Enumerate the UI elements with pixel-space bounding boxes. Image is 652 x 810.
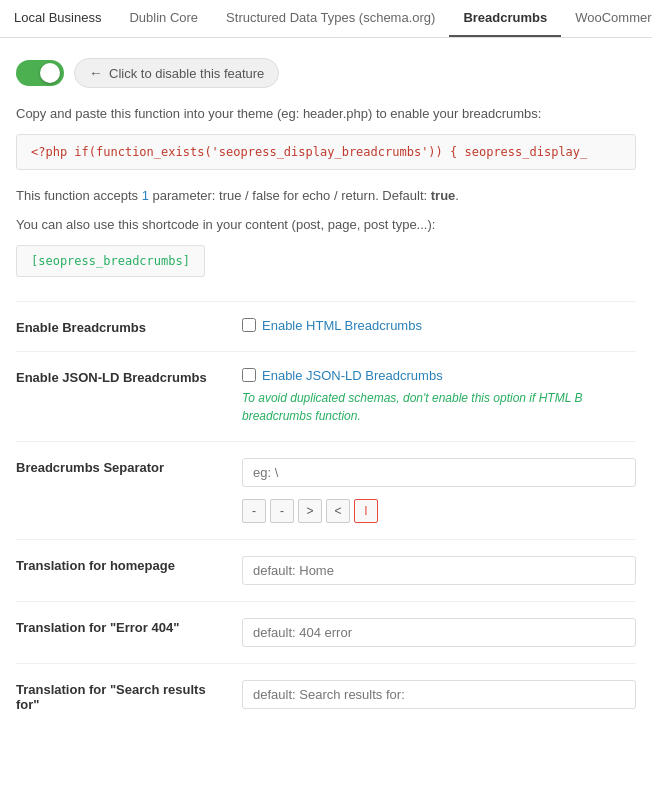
setting-error404: Translation for "Error 404" — [16, 601, 636, 663]
tab-dublin-core[interactable]: Dublin Core — [115, 0, 212, 38]
setting-enable-breadcrumbs: Enable Breadcrumbs Enable HTML Breadcrum… — [16, 301, 636, 351]
separator-label: Breadcrumbs Separator — [16, 458, 226, 475]
tabs-bar: Local Business Dublin Core Structured Da… — [0, 0, 652, 38]
enable-jsonld-note: To avoid duplicated schemas, don't enabl… — [242, 389, 636, 425]
feature-toggle-row: ← Click to disable this feature — [16, 58, 636, 88]
sep-btn-lt[interactable]: < — [326, 499, 350, 523]
search-control — [242, 680, 636, 709]
disable-button-label: Click to disable this feature — [109, 66, 264, 81]
enable-jsonld-checkbox-row: Enable JSON-LD Breadcrumbs — [242, 368, 636, 383]
search-label: Translation for "Search results for" — [16, 680, 226, 712]
separator-buttons: - - > < I — [242, 499, 636, 523]
feature-toggle[interactable] — [16, 60, 64, 86]
enable-breadcrumbs-checkbox-row: Enable HTML Breadcrumbs — [242, 318, 636, 333]
error404-label: Translation for "Error 404" — [16, 618, 226, 635]
setting-search: Translation for "Search results for" — [16, 663, 636, 728]
param-description: This function accepts 1 parameter: true … — [16, 186, 636, 206]
shortcode-block: [seopress_breadcrumbs] — [16, 245, 205, 277]
param-text-1: This function accepts — [16, 188, 142, 203]
copy-paste-description: Copy and paste this function into your t… — [16, 104, 636, 124]
homepage-control — [242, 556, 636, 585]
homepage-input[interactable] — [242, 556, 636, 585]
tab-woocommerce[interactable]: WooCommerce — [561, 0, 652, 38]
enable-breadcrumbs-control: Enable HTML Breadcrumbs — [242, 318, 636, 333]
enable-jsonld-control: Enable JSON-LD Breadcrumbs To avoid dupl… — [242, 368, 636, 425]
enable-jsonld-checkbox[interactable] — [242, 368, 256, 382]
enable-breadcrumbs-checkbox-label: Enable HTML Breadcrumbs — [262, 318, 422, 333]
enable-jsonld-checkbox-label: Enable JSON-LD Breadcrumbs — [262, 368, 443, 383]
enable-jsonld-label: Enable JSON-LD Breadcrumbs — [16, 368, 226, 385]
error404-control — [242, 618, 636, 647]
content-area: ← Click to disable this feature Copy and… — [0, 38, 652, 748]
error404-input[interactable] — [242, 618, 636, 647]
code-block: <?php if(function_exists('seopress_displ… — [16, 134, 636, 170]
sep-btn-gt[interactable]: > — [298, 499, 322, 523]
setting-homepage: Translation for homepage — [16, 539, 636, 601]
code-content: <?php if(function_exists('seopress_displ… — [31, 145, 587, 159]
separator-control: - - > < I — [242, 458, 636, 523]
toggle-thumb — [40, 63, 60, 83]
disable-feature-button[interactable]: ← Click to disable this feature — [74, 58, 279, 88]
setting-enable-jsonld: Enable JSON-LD Breadcrumbs Enable JSON-L… — [16, 351, 636, 441]
tab-structured-data[interactable]: Structured Data Types (schema.org) — [212, 0, 449, 38]
param-count: 1 — [142, 188, 149, 203]
tab-breadcrumbs[interactable]: Breadcrumbs — [449, 0, 561, 38]
separator-input[interactable] — [242, 458, 636, 487]
arrow-left-icon: ← — [89, 65, 103, 81]
setting-separator: Breadcrumbs Separator - - > < I — [16, 441, 636, 539]
shortcode-intro: You can also use this shortcode in your … — [16, 215, 636, 235]
sep-btn-dash2[interactable]: - — [270, 499, 294, 523]
homepage-label: Translation for homepage — [16, 556, 226, 573]
param-text-2: parameter: true / false for echo / retur… — [149, 188, 431, 203]
enable-breadcrumbs-label: Enable Breadcrumbs — [16, 318, 226, 335]
enable-breadcrumbs-checkbox[interactable] — [242, 318, 256, 332]
param-text-3: . — [455, 188, 459, 203]
tab-local-business[interactable]: Local Business — [0, 0, 115, 38]
param-default: true — [431, 188, 456, 203]
search-input[interactable] — [242, 680, 636, 709]
sep-btn-pipe[interactable]: I — [354, 499, 378, 523]
sep-btn-dash1[interactable]: - — [242, 499, 266, 523]
